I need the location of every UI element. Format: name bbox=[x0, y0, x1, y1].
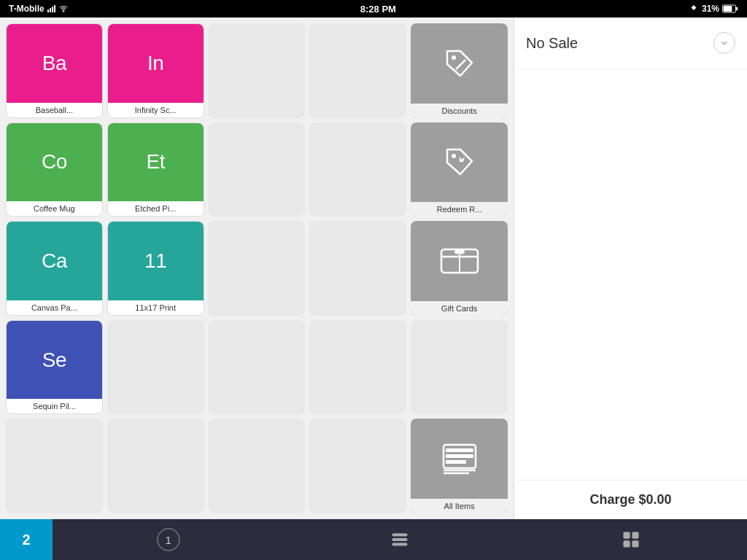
svg-rect-16 bbox=[446, 448, 473, 452]
action-tile-allitems[interactable]: All Items bbox=[411, 419, 508, 513]
no-sale-header: No Sale bbox=[514, 18, 747, 69]
empty-cell-19 bbox=[309, 320, 406, 415]
battery-label: 31% bbox=[702, 4, 719, 14]
status-left: T-Mobile bbox=[9, 4, 68, 14]
status-time: 8:28 PM bbox=[360, 4, 396, 15]
svg-rect-0 bbox=[47, 9, 49, 12]
empty-cell-22 bbox=[107, 419, 204, 513]
empty-cell-21 bbox=[6, 419, 103, 513]
svg-rect-23 bbox=[392, 543, 407, 545]
product-name-label: Sequin Pil... bbox=[7, 399, 102, 413]
svg-rect-21 bbox=[392, 534, 407, 535]
svg-rect-3 bbox=[54, 5, 55, 12]
location-icon bbox=[689, 4, 699, 13]
main-content: BaBaseball...InInfinity Sc... DiscountsC… bbox=[0, 18, 747, 519]
allitems-label: All Items bbox=[411, 499, 508, 513]
empty-cell-8 bbox=[209, 122, 306, 217]
product-color-tile: 11 bbox=[108, 222, 204, 300]
action-tile-redeem[interactable]: Redeem R... bbox=[411, 122, 508, 217]
empty-cell-20 bbox=[411, 320, 508, 415]
product-tile-12[interactable]: 1111x17 Print bbox=[107, 221, 204, 316]
empty-cell-3 bbox=[209, 23, 306, 118]
empty-cell-17 bbox=[107, 320, 204, 415]
grid-icon bbox=[622, 530, 640, 549]
empty-cell-14 bbox=[309, 221, 406, 316]
tab-badge-number: 2 bbox=[22, 532, 30, 548]
giftcard-icon bbox=[411, 221, 508, 301]
battery-icon bbox=[722, 4, 738, 13]
discount-icon bbox=[411, 23, 508, 104]
product-color-tile: Se bbox=[7, 321, 102, 400]
svg-rect-6 bbox=[736, 7, 738, 11]
svg-rect-7 bbox=[724, 6, 732, 12]
giftcard-label: Gift Cards bbox=[411, 301, 508, 316]
status-bar: T-Mobile 8:28 PM 31% bbox=[0, 0, 747, 18]
action-tile-giftcard[interactable]: Gift Cards bbox=[411, 221, 508, 316]
product-name-label: Etched Pi... bbox=[108, 201, 204, 216]
svg-point-10 bbox=[452, 154, 456, 158]
bottom-nav: 2 1 bbox=[0, 519, 747, 560]
redeem-icon bbox=[411, 122, 508, 203]
tab-list-view[interactable] bbox=[284, 519, 515, 560]
product-color-tile: In bbox=[108, 24, 204, 103]
svg-rect-26 bbox=[624, 541, 630, 547]
tab-badge[interactable]: 2 bbox=[0, 519, 53, 560]
product-tile-11[interactable]: CaCanvas Pa... bbox=[6, 221, 103, 316]
empty-cell-24 bbox=[309, 419, 406, 513]
empty-cell-23 bbox=[209, 419, 306, 513]
product-tile-6[interactable]: CoCoffee Mug bbox=[6, 122, 103, 217]
product-tile-16[interactable]: SeSequin Pil... bbox=[6, 320, 103, 415]
product-color-tile: Et bbox=[108, 123, 204, 202]
svg-rect-2 bbox=[52, 7, 53, 12]
tab-grid-view[interactable] bbox=[516, 519, 747, 560]
signal-icon bbox=[47, 5, 56, 12]
cart-area bbox=[514, 69, 747, 480]
svg-point-4 bbox=[63, 11, 64, 12]
product-tile-2[interactable]: InInfinity Sc... bbox=[107, 23, 204, 118]
allitems-icon bbox=[411, 419, 508, 499]
product-grid: BaBaseball...InInfinity Sc... DiscountsC… bbox=[0, 18, 514, 519]
svg-point-8 bbox=[452, 55, 456, 60]
product-name-label: 11x17 Print bbox=[108, 300, 204, 315]
empty-cell-13 bbox=[209, 221, 306, 316]
empty-cell-18 bbox=[209, 320, 306, 415]
empty-cell-4 bbox=[309, 23, 406, 118]
status-right: 31% bbox=[689, 4, 738, 14]
carrier-label: T-Mobile bbox=[9, 4, 44, 14]
product-tile-1[interactable]: BaBaseball... bbox=[6, 23, 103, 118]
svg-rect-18 bbox=[446, 460, 466, 464]
product-color-tile: Co bbox=[7, 123, 102, 202]
list-icon bbox=[390, 530, 409, 549]
product-color-tile: Ca bbox=[7, 222, 102, 300]
redeem-label: Redeem R... bbox=[411, 202, 508, 217]
circle-number: 1 bbox=[165, 534, 171, 546]
wifi-icon bbox=[59, 4, 68, 13]
svg-rect-27 bbox=[632, 541, 638, 547]
svg-line-9 bbox=[456, 60, 465, 69]
tab-circle[interactable]: 1 bbox=[53, 519, 284, 560]
product-name-label: Infinity Sc... bbox=[108, 103, 204, 117]
product-tile-7[interactable]: EtEtched Pi... bbox=[107, 122, 204, 217]
empty-cell-9 bbox=[309, 122, 406, 217]
svg-rect-22 bbox=[392, 539, 407, 540]
circle-badge: 1 bbox=[157, 528, 180, 551]
product-name-label: Canvas Pa... bbox=[7, 300, 102, 315]
charge-label: Charge $0.00 bbox=[589, 492, 671, 507]
chevron-down-icon bbox=[719, 38, 729, 48]
discount-label: Discounts bbox=[411, 104, 508, 118]
svg-marker-11 bbox=[460, 157, 465, 162]
product-name-label: Coffee Mug bbox=[7, 201, 102, 216]
no-sale-title: No Sale bbox=[526, 35, 578, 52]
no-sale-chevron-button[interactable] bbox=[713, 32, 735, 54]
svg-rect-17 bbox=[446, 454, 473, 458]
svg-rect-24 bbox=[624, 532, 630, 538]
product-name-label: Baseball... bbox=[7, 103, 102, 117]
pos-panel: No Sale Charge $0.00 bbox=[514, 18, 747, 519]
product-color-tile: Ba bbox=[7, 24, 102, 103]
action-tile-discount[interactable]: Discounts bbox=[411, 23, 508, 118]
svg-rect-25 bbox=[632, 532, 638, 538]
svg-rect-1 bbox=[50, 8, 51, 12]
charge-button[interactable]: Charge $0.00 bbox=[514, 480, 747, 519]
